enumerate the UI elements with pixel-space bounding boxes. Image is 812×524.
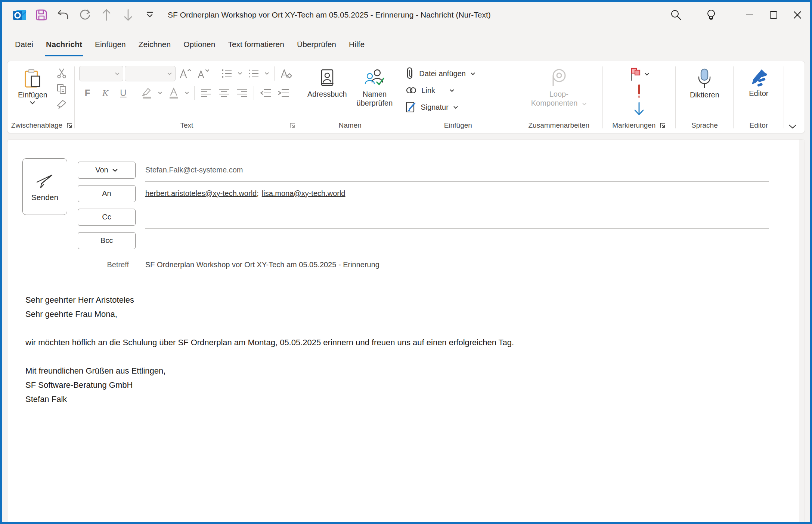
minimize-button[interactable]: [738, 4, 762, 26]
group-label-zwischenablage: Zwischenablage: [11, 121, 62, 130]
chevron-down-icon: [449, 89, 455, 92]
send-label: Senden: [31, 193, 58, 202]
save-icon[interactable]: [33, 7, 50, 23]
tab-zeichnen[interactable]: Zeichnen: [132, 28, 177, 61]
to-button[interactable]: An: [78, 185, 136, 202]
outlook-message-window: SF Ordnerplan Workshop vor Ort XY-Tech a…: [0, 0, 812, 524]
send-button[interactable]: Senden: [22, 158, 67, 215]
flag-icon: [629, 66, 641, 81]
move-down-icon[interactable]: [120, 7, 136, 23]
increase-indent-icon[interactable]: [275, 85, 292, 101]
numbered-list-icon[interactable]: [245, 66, 262, 81]
address-fields: Von Stefan.Falk@ct-systeme.com An herber…: [78, 158, 805, 274]
scrollbar-track[interactable]: [799, 140, 805, 522]
bcc-value[interactable]: [145, 229, 769, 252]
font-color-icon[interactable]: [165, 85, 182, 101]
align-center-icon[interactable]: [216, 85, 232, 101]
bullet-list-icon[interactable]: [219, 66, 235, 81]
lightbulb-icon[interactable]: [703, 6, 720, 24]
group-zusammenarbeiten: Loop- Komponenten Zusammenarbeiten: [516, 63, 602, 131]
bold-icon[interactable]: F: [79, 85, 96, 101]
decrease-indent-icon[interactable]: [257, 85, 274, 101]
highlight-color-icon[interactable]: [139, 85, 155, 101]
check-names-icon: [365, 68, 385, 88]
bcc-button[interactable]: Bcc: [78, 232, 136, 249]
qat-overflow-icon[interactable]: [142, 7, 158, 23]
tab-einfuegen[interactable]: Einfügen: [89, 28, 132, 61]
font-size-select[interactable]: [125, 66, 176, 81]
redo-icon[interactable]: [77, 7, 93, 23]
chevron-down-icon: [30, 101, 35, 105]
grow-font-icon[interactable]: [177, 66, 193, 81]
to-label: An: [102, 189, 111, 198]
check-names-button[interactable]: Namen überprüfen: [353, 66, 397, 110]
from-row: Von Stefan.Falk@ct-systeme.com: [78, 158, 805, 182]
tab-ueberpruefen[interactable]: Überprüfen: [291, 28, 343, 61]
copy-icon[interactable]: [53, 81, 70, 96]
attach-file-button[interactable]: Datei anfügen: [406, 66, 475, 81]
move-up-icon[interactable]: [98, 7, 115, 23]
dictate-button[interactable]: Diktieren: [686, 66, 723, 102]
to-value[interactable]: herbert.aristoteles@xy-tech.world;lisa.m…: [145, 182, 769, 205]
link-button[interactable]: Link: [406, 83, 475, 97]
subject-value[interactable]: SF Ordnerplan Workshop vor Ort XY-Tech a…: [145, 261, 379, 269]
tab-datei[interactable]: Datei: [9, 28, 40, 61]
dialog-launcher-icon[interactable]: [659, 122, 666, 129]
cut-icon[interactable]: [53, 66, 70, 81]
group-markierungen: Markierungen: [604, 63, 675, 131]
dialog-launcher-icon[interactable]: [289, 122, 296, 129]
group-einfuegen-ribbon: Datei anfügen Link: [402, 63, 514, 131]
paste-button[interactable]: Einfügen: [14, 66, 51, 107]
font-color-chevron-icon[interactable]: [183, 85, 191, 101]
editor-label: Editor: [749, 89, 768, 98]
outlook-app-icon: [12, 7, 28, 23]
editor-pen-icon: [749, 68, 768, 87]
align-right-icon[interactable]: [234, 85, 250, 101]
message-body[interactable]: Sehr geehrter Herr Aristoteles Sehr geeh…: [7, 280, 805, 406]
align-left-icon[interactable]: [198, 85, 214, 101]
address-book-button[interactable]: Adressbuch: [304, 66, 351, 101]
tab-nachricht[interactable]: Nachricht: [40, 28, 89, 61]
subject-row: Betreff SF Ordnerplan Workshop vor Ort X…: [78, 255, 805, 274]
follow-up-flag-button[interactable]: [629, 66, 650, 81]
tab-optionen[interactable]: Optionen: [177, 28, 221, 61]
loop-icon: [549, 68, 568, 88]
from-value[interactable]: Stefan.Falk@ct-systeme.com: [145, 158, 769, 182]
signature-button[interactable]: Signatur: [406, 100, 475, 114]
low-importance-icon[interactable]: [632, 102, 646, 116]
group-label-text: Text: [180, 121, 193, 130]
tab-hilfe[interactable]: Hilfe: [343, 28, 371, 61]
highlight-color-chevron-icon[interactable]: [156, 85, 164, 101]
clear-formatting-icon[interactable]: [278, 66, 294, 81]
attach-file-label: Datei anfügen: [419, 69, 466, 78]
underline-icon[interactable]: U: [115, 85, 131, 101]
recipient-link[interactable]: herbert.aristoteles@xy-tech.world: [145, 189, 257, 198]
recipient-separator: ;: [257, 189, 259, 198]
send-icon: [35, 171, 55, 190]
format-painter-icon[interactable]: [53, 97, 70, 112]
subject-label: Betreff: [78, 261, 136, 269]
from-button[interactable]: Von: [78, 162, 136, 179]
italic-icon[interactable]: K: [97, 85, 114, 101]
font-name-select[interactable]: [79, 66, 123, 81]
maximize-button[interactable]: [762, 4, 785, 26]
cc-button[interactable]: Cc: [78, 209, 136, 226]
ribbon: Einfügen: [7, 61, 805, 133]
numbered-list-chevron-icon[interactable]: [263, 66, 271, 81]
ribbon-tab-bar: Datei Nachricht Einfügen Zeichnen Option…: [2, 28, 810, 61]
recipient-link[interactable]: lisa.mona@xy-tech.world: [262, 189, 345, 198]
cc-value[interactable]: [145, 205, 769, 229]
search-icon[interactable]: [667, 6, 685, 24]
undo-icon[interactable]: [55, 7, 71, 23]
shrink-font-icon[interactable]: [195, 66, 211, 81]
tab-text-formatieren[interactable]: Text formatieren: [221, 28, 291, 61]
dialog-launcher-icon[interactable]: [66, 122, 73, 129]
body-line: [25, 350, 749, 364]
bullet-list-chevron-icon[interactable]: [236, 66, 244, 81]
paste-label: Einfügen: [18, 90, 47, 99]
collapse-ribbon-icon[interactable]: [788, 124, 797, 129]
chevron-down-icon: [453, 106, 458, 109]
high-importance-icon[interactable]: [636, 84, 642, 99]
close-button[interactable]: [785, 4, 809, 26]
editor-button[interactable]: Editor: [745, 66, 772, 100]
